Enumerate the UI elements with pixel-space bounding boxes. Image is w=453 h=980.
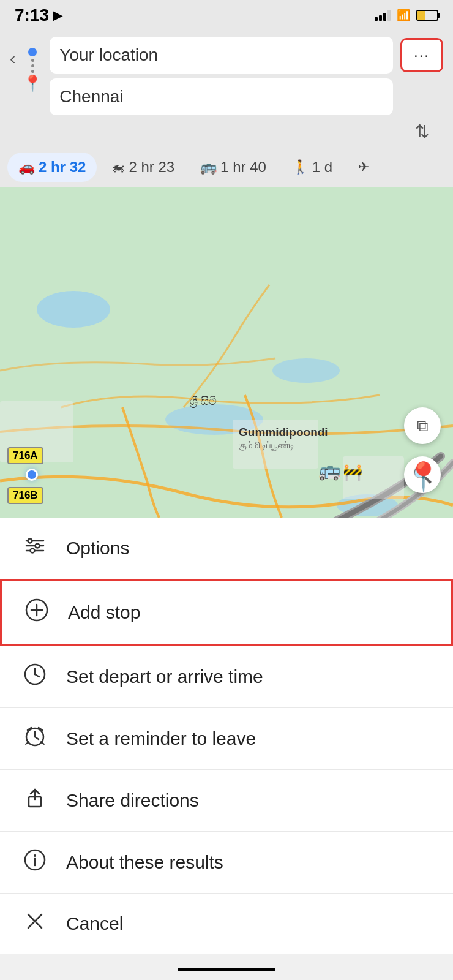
tab-walk[interactable]: 🚶 1 d <box>281 153 343 182</box>
add-stop-label: Add stop <box>68 602 140 623</box>
layers-button[interactable]: ⧉ <box>404 407 441 444</box>
svg-point-1 <box>37 291 110 328</box>
reminder-menu-item[interactable]: Set a reminder to leave <box>0 708 453 769</box>
bike-icon: 🏍 <box>111 159 125 175</box>
route-inputs: Your location Chennai <box>50 37 393 115</box>
traffic-icon: 🚌 <box>318 459 341 481</box>
construction-icon: 🚧 <box>343 463 362 482</box>
car-icon: 🚗 <box>18 159 35 175</box>
share-icon <box>22 787 48 814</box>
route-header: ‹ 📍 Your location Chennai ··· ⇅ <box>0 31 453 148</box>
add-stop-icon <box>24 598 50 627</box>
svg-line-23 <box>35 737 39 739</box>
tab-fly[interactable]: ✈ <box>347 153 380 181</box>
battery-icon <box>416 10 438 21</box>
transit-duration: 1 hr 40 <box>220 159 266 176</box>
origin-input[interactable]: Your location <box>50 37 393 74</box>
walk-duration: 1 d <box>312 159 332 176</box>
svg-point-3 <box>272 358 340 383</box>
status-bar: 7:13 ▶ 📶 <box>0 0 453 31</box>
destination-input[interactable]: Chennai <box>50 78 393 115</box>
close-icon <box>22 911 48 937</box>
my-location-dot <box>26 469 38 481</box>
sliders-icon <box>22 535 48 562</box>
connector-dot3 <box>31 70 34 73</box>
destination-pin: 📍 <box>406 460 441 493</box>
bottom-menu: Options Add stop Set depart or arrive ti… <box>0 518 453 954</box>
cancel-menu-item[interactable]: Cancel <box>0 894 453 954</box>
transit-icon: 🚌 <box>200 159 217 175</box>
options-label: Options <box>66 538 129 559</box>
back-button[interactable]: ‹ <box>10 49 15 69</box>
share-label: Share directions <box>66 790 199 811</box>
depart-time-label: Set depart or arrive time <box>66 666 263 687</box>
clock-label: 7:13 <box>15 6 49 25</box>
signal-icon <box>375 10 391 21</box>
svg-line-20 <box>35 674 39 677</box>
origin-dot <box>28 48 37 56</box>
road-badge-716a-1: 716A <box>7 447 43 464</box>
map-label-sriciti: ශ්‍රී සිටි <box>190 395 217 408</box>
tab-transit[interactable]: 🚌 1 hr 40 <box>189 153 277 182</box>
status-icons: 📶 <box>375 9 438 22</box>
info-icon <box>22 849 48 876</box>
options-menu-item[interactable]: Options <box>0 518 453 579</box>
connector-dot2 <box>31 64 34 67</box>
map-area[interactable]: ශ්‍රී සිටි Gummidipoondi கும்மிடிப்பூண்ட… <box>0 187 453 518</box>
map-svg <box>0 187 453 518</box>
tab-bike[interactable]: 🏍 2 hr 23 <box>100 153 185 182</box>
more-dots-icon: ··· <box>414 47 430 64</box>
svg-point-12 <box>28 539 32 543</box>
fly-icon: ✈ <box>358 159 369 175</box>
cancel-label: Cancel <box>66 913 123 934</box>
layers-icon: ⧉ <box>417 417 429 435</box>
wifi-icon: 📶 <box>397 9 410 22</box>
road-badge-716b: 716B <box>7 487 43 504</box>
add-stop-menu-item[interactable]: Add stop <box>0 579 453 646</box>
status-time: 7:13 ▶ <box>15 6 62 25</box>
depart-time-menu-item[interactable]: Set depart or arrive time <box>0 646 453 707</box>
walk-icon: 🚶 <box>292 159 309 175</box>
home-indicator <box>178 968 275 971</box>
bike-duration: 2 hr 23 <box>129 159 174 176</box>
transport-bar: 🚗 2 hr 32 🏍 2 hr 23 🚌 1 hr 40 🚶 1 d ✈ <box>0 148 453 187</box>
location-arrow-icon: ▶ <box>53 8 62 23</box>
destination-pin-icon: 📍 <box>23 75 42 91</box>
tab-car[interactable]: 🚗 2 hr 32 <box>7 153 97 182</box>
route-connector: 📍 <box>23 48 42 91</box>
swap-directions-button[interactable]: ⇅ <box>415 121 429 141</box>
alarm-icon <box>22 725 48 752</box>
svg-point-32 <box>34 854 36 857</box>
car-duration: 2 hr 32 <box>39 159 86 176</box>
share-menu-item[interactable]: Share directions <box>0 770 453 831</box>
map-background: ශ්‍රී සිටි Gummidipoondi கும்மிடிப்பூண்ட… <box>0 187 453 518</box>
reminder-label: Set a reminder to leave <box>66 728 256 749</box>
about-label: About these results <box>66 852 223 873</box>
svg-point-14 <box>31 549 35 553</box>
map-label-gummidipoondi: Gummidipoondi <box>239 426 328 439</box>
svg-point-13 <box>36 544 40 548</box>
more-options-button[interactable]: ··· <box>400 38 443 72</box>
connector-dot1 <box>31 59 34 62</box>
clock-icon <box>22 663 48 690</box>
about-menu-item[interactable]: About these results <box>0 832 453 893</box>
map-label-gummidipoondi-tamil: கும்மிடிப்பூண்டி <box>239 440 294 451</box>
